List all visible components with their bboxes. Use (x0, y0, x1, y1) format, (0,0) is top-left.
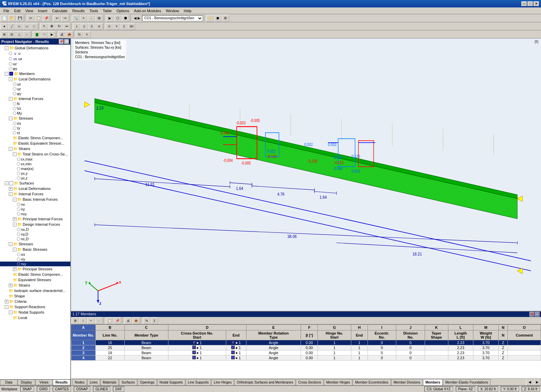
radio-gamma-xy[interactable] (17, 172, 20, 175)
radio-nx-s[interactable] (17, 203, 20, 206)
tb3-deform[interactable]: 〰 (41, 31, 48, 38)
tb2-node[interactable]: ● (1, 23, 8, 30)
tree-nxy-s[interactable]: nxy (0, 212, 70, 216)
table-row[interactable]: 1 16 Beam ● 1 ● 1 Angle 0.00 1 1 0 0 (71, 340, 541, 345)
load-case-combo[interactable]: CO1 - Bemessungsschnittgrößen (142, 15, 203, 21)
tree-nodal-supports[interactable]: - 📁 Nodal Supports (0, 310, 70, 315)
tab-cross-sections[interactable]: Cross-Sections (296, 379, 324, 385)
tb2-select[interactable]: ↖ (41, 23, 48, 30)
tb3-color[interactable]: ▇ (33, 31, 41, 38)
table-tb-sort[interactable]: ↕ (79, 317, 87, 324)
menu-view[interactable]: View (23, 8, 36, 13)
tree-tau-z-m[interactable]: τz (0, 130, 70, 135)
tree-global-deformations[interactable]: - 📁 Global Deformations (0, 45, 70, 51)
tree-basic-internal-forces-s[interactable]: - 📁 Basic Internal Forces (0, 197, 70, 202)
radio-ex-min[interactable] (17, 162, 20, 166)
tab-surfaces[interactable]: Surfaces (119, 379, 137, 385)
tree-elastic-equiv-m[interactable]: 📁 Elastic Equivalent Stresse... (0, 141, 70, 146)
tree-support-reactions[interactable]: - 📁 Support Reactions (0, 304, 70, 310)
tree-iso-char[interactable]: 📁 Isotropic surface characteristi... (0, 288, 70, 293)
tb2-move[interactable]: ✥ (48, 23, 55, 30)
radio-Vz[interactable] (13, 107, 16, 110)
tree-tau-y-m[interactable]: τy (0, 126, 70, 130)
status-grid[interactable]: GRID (37, 386, 50, 392)
tb-new[interactable]: 📄 (1, 15, 8, 22)
radio-ny-s[interactable] (17, 207, 20, 211)
tree-local-def-s[interactable]: + 📁 Local Deformations (0, 186, 70, 191)
radio-nyD[interactable] (17, 232, 20, 236)
radio-sigma-y-s[interactable] (17, 258, 20, 261)
table-tb-print[interactable]: 🖨 (124, 317, 132, 324)
tb3-fx[interactable]: fx (76, 31, 83, 38)
table-area[interactable]: A B C D E F G H I J K L M (71, 324, 541, 378)
radio-ex-max[interactable] (17, 157, 20, 161)
tree-Vz[interactable]: Vz (0, 106, 70, 111)
status-osnap[interactable]: OSNAP (74, 386, 90, 392)
menu-calculate[interactable]: Calculate (50, 8, 70, 13)
table-tb-filter[interactable]: ⊞ (72, 317, 79, 324)
tb2-view3d[interactable]: 3D (128, 23, 135, 30)
nav-tab-display[interactable]: Display (18, 379, 35, 385)
tree-sigma-x-m[interactable]: σx (0, 121, 70, 126)
tb2-num3[interactable]: 3 (88, 23, 95, 30)
tb2-num1[interactable]: 1 (73, 23, 80, 30)
tb-cut[interactable]: ✂ (27, 15, 34, 22)
radio-tau-xy-s[interactable] (17, 262, 20, 266)
tree-ux1[interactable]: ux ux (0, 56, 70, 62)
radio-nxD[interactable] (17, 228, 20, 231)
tb3-anim[interactable]: ▶ (48, 31, 55, 38)
tree-nx-s[interactable]: nx (0, 202, 70, 207)
tb3-ortho[interactable]: ⊥ (16, 31, 23, 38)
tree-stresses-s[interactable]: - 📁 Stresses (0, 241, 70, 247)
tree-internal-forces-m[interactable]: - 📁 Internal Forces (0, 96, 70, 101)
radio-tau-z-m[interactable] (13, 131, 16, 134)
tab-members[interactable]: Members (423, 379, 443, 385)
table-tb-export[interactable]: 📤 (132, 317, 140, 324)
table-row[interactable]: 2 25 Beam ● 1 ● 1 Angle 0.00 1 1 0 0 (71, 345, 541, 350)
tb2-line[interactable]: ╱ (8, 23, 16, 30)
tree-local-def-members[interactable]: - 📁 Local Deformations (0, 76, 70, 82)
tab-nodal-supports[interactable]: Nodal Supports (157, 379, 185, 385)
radio-sigma-x-s[interactable] (17, 253, 20, 256)
nav-tab-views[interactable]: Views (35, 379, 53, 385)
status-snap[interactable]: SNAP (20, 386, 34, 392)
tb2-view2[interactable]: Y (113, 23, 120, 30)
menu-results[interactable]: Results (70, 8, 87, 13)
tree-design-int-forces[interactable]: - 📁 Design Internal Forces (0, 222, 70, 227)
radio-nxy-s[interactable] (17, 212, 20, 216)
tab-ortho[interactable]: Orthotropic Surfaces and Membranes (234, 379, 296, 385)
tree-phi-m[interactable]: φy (0, 91, 70, 96)
tab-lines[interactable]: Lines (87, 379, 100, 385)
tb-stop[interactable]: ⏹ (214, 15, 221, 22)
tb-redo[interactable]: ↪ (61, 15, 69, 22)
tab-openings[interactable]: Openings (138, 379, 157, 385)
tree-strains-s[interactable]: + 📁 Strains (0, 283, 70, 288)
table-tb-add[interactable]: + (87, 317, 95, 324)
tab-line-supports[interactable]: Line Supports (186, 379, 211, 385)
tree-internal-forces-s[interactable]: - 📁 Internal Forces (0, 191, 70, 197)
menu-file[interactable]: File (1, 8, 11, 13)
radio-phi1[interactable] (9, 67, 12, 70)
menu-addon[interactable]: Add-on Modules (132, 8, 163, 13)
tree-shape[interactable]: 📁 Shape (0, 293, 70, 299)
tree-principal-stresses[interactable]: + 📁 Principal Stresses (0, 266, 70, 272)
tab-member-eccentricities[interactable]: Member Eccentricities (353, 379, 391, 385)
tb2-num4[interactable]: 4 (95, 23, 103, 30)
table-tb-copy[interactable]: 📋 (106, 317, 113, 324)
tb2-view3[interactable]: Z (120, 23, 128, 30)
tree-elastic-stress-s[interactable]: 📁 Elastic Stress Componen... (0, 272, 70, 277)
tb2-surface[interactable]: ▭ (23, 23, 30, 30)
tb2-num2[interactable]: 2 (80, 23, 88, 30)
tree-gamma-xy[interactable]: γx,y (0, 171, 70, 176)
nav-close[interactable]: ✕ (64, 39, 69, 44)
tree-sigma-y-s[interactable]: σy (0, 257, 70, 262)
tab-prev[interactable]: ◀ (526, 378, 534, 385)
tree-equiv-stresses[interactable]: 📁 Equivalent Stresses (0, 277, 70, 283)
tb3-print[interactable]: 🖨 (58, 31, 66, 38)
tb3-grid[interactable]: ⊟ (8, 31, 16, 38)
tb-zoom-out[interactable]: - (88, 15, 95, 22)
menu-table[interactable]: Table (101, 8, 114, 13)
tree-ex-max[interactable]: εx,max (0, 157, 70, 162)
tb-zoom-in[interactable]: + (80, 15, 87, 22)
tb-render[interactable]: ▶ (106, 15, 114, 22)
